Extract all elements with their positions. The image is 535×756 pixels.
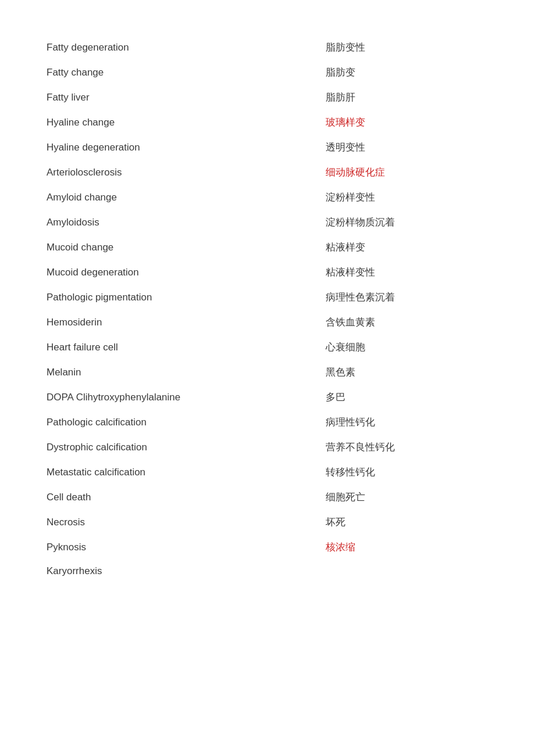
term-row: DOPA Clihytroxyphenylalanine多巴 <box>47 385 488 410</box>
term-row: Fatty change脂肪变 <box>47 60 488 85</box>
term-english: Hyaline change <box>47 117 326 128</box>
term-row: Hemosiderin含铁血黄素 <box>47 310 488 335</box>
term-chinese: 淀粉样物质沉着 <box>326 216 488 229</box>
term-english: Fatty liver <box>47 92 326 103</box>
term-chinese: 脂肪变性 <box>326 41 488 54</box>
term-english: Mucoid change <box>47 242 326 253</box>
term-row: Mucoid degeneration粘液样变性 <box>47 260 488 285</box>
term-row: Hyaline degeneration透明变性 <box>47 135 488 160</box>
term-english: Arteriolosclerosis <box>47 167 326 178</box>
term-row: Karyorrhexis <box>47 560 488 583</box>
term-chinese: 脂肪肝 <box>326 91 488 104</box>
term-english: DOPA Clihytroxyphenylalanine <box>47 392 326 403</box>
term-chinese: 坏死 <box>326 515 488 529</box>
term-english: Karyorrhexis <box>47 565 326 577</box>
term-english: Pyknosis <box>47 542 326 553</box>
term-row: Pathologic calcification病理性钙化 <box>47 410 488 435</box>
term-chinese: 粘液样变 <box>326 241 488 254</box>
term-chinese: 淀粉样变性 <box>326 191 488 204</box>
term-english: Amyloid change <box>47 192 326 203</box>
term-english: Hemosiderin <box>47 317 326 328</box>
term-english: Pathologic pigmentation <box>47 292 326 303</box>
term-english: Fatty change <box>47 67 326 78</box>
term-chinese: 玻璃样变 <box>326 116 488 129</box>
term-chinese: 透明变性 <box>326 141 488 154</box>
term-row: Amyloid change淀粉样变性 <box>47 185 488 210</box>
term-chinese: 含铁血黄素 <box>326 316 488 329</box>
term-english: Amyloidosis <box>47 217 326 228</box>
term-row: Dystrophic calcification营养不良性钙化 <box>47 435 488 460</box>
term-chinese: 营养不良性钙化 <box>326 440 488 454</box>
term-english: Hyaline degeneration <box>47 142 326 153</box>
term-chinese: 病理性钙化 <box>326 415 488 429</box>
term-english: Mucoid degeneration <box>47 267 326 278</box>
term-english: Metastatic calcification <box>47 467 326 478</box>
term-chinese: 病理性色素沉着 <box>326 291 488 304</box>
term-row: Pathologic pigmentation病理性色素沉着 <box>47 285 488 310</box>
term-chinese: 粘液样变性 <box>326 266 488 279</box>
term-chinese: 脂肪变 <box>326 66 488 79</box>
term-english: Melanin <box>47 367 326 378</box>
term-row: Necrosis坏死 <box>47 510 488 535</box>
term-english: Necrosis <box>47 517 326 528</box>
term-row: Amyloidosis淀粉样物质沉着 <box>47 210 488 235</box>
term-list: Fatty degeneration脂肪变性Fatty change脂肪变Fat… <box>47 35 488 583</box>
term-row: Arteriolosclerosis细动脉硬化症 <box>47 160 488 185</box>
term-row: Heart failure cell心衰细胞 <box>47 335 488 360</box>
term-chinese: 细胞死亡 <box>326 490 488 504</box>
term-chinese: 核浓缩 <box>326 540 488 554</box>
term-row: Melanin黑色素 <box>47 360 488 385</box>
term-english: Cell death <box>47 492 326 503</box>
term-chinese: 细动脉硬化症 <box>326 166 488 179</box>
term-row: Fatty liver脂肪肝 <box>47 85 488 110</box>
term-row: Fatty degeneration脂肪变性 <box>47 35 488 60</box>
term-row: Cell death细胞死亡 <box>47 485 488 510</box>
term-chinese: 转移性钙化 <box>326 465 488 479</box>
term-english: Pathologic calcification <box>47 417 326 428</box>
term-english: Fatty degeneration <box>47 42 326 53</box>
term-row: Hyaline change玻璃样变 <box>47 110 488 135</box>
term-row: Metastatic calcification转移性钙化 <box>47 460 488 485</box>
term-row: Pyknosis核浓缩 <box>47 535 488 560</box>
term-chinese: 多巴 <box>326 390 488 404</box>
term-row: Mucoid change粘液样变 <box>47 235 488 260</box>
term-english: Dystrophic calcification <box>47 442 326 453</box>
term-chinese: 心衰细胞 <box>326 341 488 354</box>
term-chinese: 黑色素 <box>326 366 488 379</box>
term-english: Heart failure cell <box>47 342 326 353</box>
